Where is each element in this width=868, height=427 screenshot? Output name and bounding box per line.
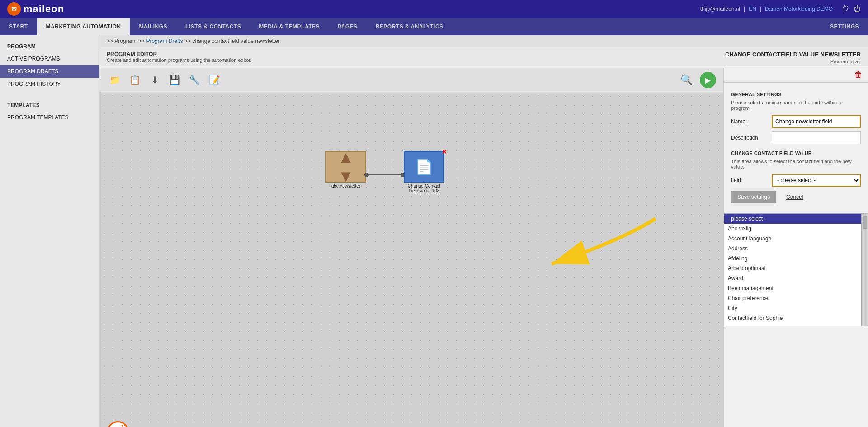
settings-icon[interactable]: ⏱	[842, 5, 849, 13]
field-label: field:	[731, 177, 772, 183]
breadcrumb-root: >> Program	[107, 38, 135, 44]
name-label: Name:	[731, 118, 772, 125]
nav-settings[interactable]: SETTINGS	[821, 23, 868, 30]
separator: |	[744, 6, 745, 12]
nav-lists-contacts[interactable]: LISTS & CONTACTS	[176, 18, 250, 35]
toolbar-search-icon[interactable]: 🔍	[680, 74, 693, 86]
toolbar-play-btn[interactable]: ▶	[700, 72, 716, 88]
locale-link[interactable]: EN	[749, 6, 756, 12]
nav-media-templates[interactable]: MEDIA & TEMPLATES	[250, 18, 329, 35]
separator2: |	[760, 6, 761, 12]
right-panel: 🗑 GENERAL SETTINGS Please select a uniqu…	[723, 68, 868, 427]
user-email: thijs@maileon.nl	[700, 6, 740, 12]
toolbar: 📁 📋 ⬇ 💾 🔧 📝 🔍 ▶	[99, 68, 723, 92]
dropdown-item-3[interactable]: Address	[724, 244, 861, 253]
dropdown-item-6[interactable]: Award	[724, 273, 861, 283]
version-count: 11	[121, 424, 126, 427]
panel-main-title: CHANGE CONTACTFIELD VALUE NEWSLETTER	[725, 51, 861, 58]
toolbar-folder-btn[interactable]: 📁	[107, 72, 123, 88]
description-label: Description:	[731, 135, 772, 141]
connector-line	[366, 174, 402, 175]
dropdown-item-9[interactable]: City	[724, 303, 861, 313]
nav-reports[interactable]: REPORTS & ANALYTICS	[367, 18, 453, 35]
client-name-link[interactable]: Damen Motorkleding DEMO	[765, 6, 833, 12]
delete-icon[interactable]: 🗑	[854, 70, 863, 80]
general-settings-title: GENERAL SETTINGS	[731, 92, 861, 97]
top-header: ✉ maileon thijs@maileon.nl | EN | Damen …	[0, 0, 868, 18]
header-icons: ⏱ ⏻	[842, 5, 861, 13]
dropdown-scrollbar[interactable]	[862, 213, 868, 326]
toolbar-edit-btn[interactable]: 📝	[206, 72, 222, 88]
nav-bar: START MARKETING AUTOMATION MAILINGS LIST…	[0, 18, 868, 35]
toolbar-download-btn[interactable]: ⬇	[146, 72, 163, 88]
description-row: Description:	[731, 131, 861, 144]
maileon-logo-icon: ✉	[7, 2, 21, 16]
nav-mailings[interactable]: MAILINGS	[130, 18, 176, 35]
editor-section: 📁 📋 ⬇ 💾 🔧 📝 🔍 ▶ ▲▼ abc	[99, 68, 868, 427]
arrow-annotation	[506, 205, 678, 296]
power-icon[interactable]: ⏻	[854, 5, 861, 13]
program-editor-description: Create and edit automation programs usin…	[107, 57, 251, 63]
breadcrumb-current: >> change contactfield value newsletter	[184, 38, 280, 44]
dropdown-item-2[interactable]: Account language	[724, 234, 861, 244]
dropdown-item-8[interactable]: Chair preference	[724, 293, 861, 303]
change-field-title: CHANGE CONTACT FIELD VALUE	[731, 150, 861, 156]
dropdown-item-4[interactable]: Afdeling	[724, 253, 861, 263]
node-abc-newsletter[interactable]: ▲▼ abc newsletter	[326, 151, 366, 188]
toolbar-settings-btn[interactable]: 🔧	[186, 72, 203, 88]
program-editor-title: PROGRAM EDITOR	[107, 51, 251, 57]
panel-body: GENERAL SETTINGS Please select a unique …	[724, 83, 868, 213]
canvas-area: 📁 📋 ⬇ 💾 🔧 📝 🔍 ▶ ▲▼ abc	[99, 68, 723, 427]
sidebar-item-program-templates[interactable]: PROGRAM TEMPLATES	[0, 111, 99, 124]
sidebar-item-program-drafts[interactable]: PROGRAM DRAFTS	[0, 65, 99, 78]
node-close-icon[interactable]: ✕	[442, 148, 447, 155]
dropdown-item-5[interactable]: Arbeid optimaal	[724, 263, 861, 273]
logo-area: ✉ maileon	[7, 2, 64, 16]
node-box-blue: ✕ 📄	[404, 151, 444, 183]
toolbar-copy-btn[interactable]: 📋	[127, 72, 143, 88]
nav-marketing-automation[interactable]: MARKETING AUTOMATION	[37, 18, 130, 35]
program-editor-header: PROGRAM EDITOR Create and edit automatio…	[99, 47, 868, 68]
name-input[interactable]	[772, 115, 861, 128]
field-select[interactable]: - please select -	[772, 174, 861, 187]
node-abc-label: abc newsletter	[331, 183, 360, 188]
dropdown-container: - please select - Abo vellig Account lan…	[724, 213, 868, 326]
nav-right: SETTINGS	[821, 18, 868, 35]
breadcrumb-drafts[interactable]: Program Drafts	[146, 38, 183, 44]
node-change-contact-field[interactable]: ✕ 📄 Change Contact Field Value 108	[404, 151, 444, 193]
header-right: thijs@maileon.nl | EN | Damen Motorkledi…	[700, 5, 861, 13]
change-field-desc: This area allows to select the contact f…	[731, 159, 861, 169]
sidebar-templates-section: TEMPLATES	[0, 98, 99, 111]
content-area: >> Program >> Program Drafts >> change c…	[99, 35, 868, 427]
nav-start[interactable]: START	[0, 18, 37, 35]
breadcrumb: >> Program >> Program Drafts >> change c…	[99, 35, 868, 47]
dropdown-item-7[interactable]: Beeldmanagement	[724, 283, 861, 293]
save-settings-button[interactable]: Save settings	[731, 191, 776, 203]
name-row: Name:	[731, 115, 861, 128]
editor-right-header: CHANGE CONTACTFIELD VALUE NEWSLETTER Pro…	[725, 51, 861, 64]
dropdown-item-0[interactable]: - please select -	[724, 214, 861, 224]
button-row: Save settings Cancel	[731, 191, 861, 203]
sidebar-item-program-history[interactable]: PROGRAM HISTORY	[0, 78, 99, 90]
node-box-brown: ▲▼	[326, 151, 366, 183]
main-layout: PROGRAM ACTIVE PROGRAMS PROGRAM DRAFTS P…	[0, 35, 868, 427]
dropdown-item-1[interactable]: Abo vellig	[724, 224, 861, 234]
canvas: ▲▼ abc newsletter ✕ 📄 Change	[99, 92, 723, 427]
node-blue-label: Change Contact Field Value 108	[404, 183, 444, 193]
sidebar-item-active-programs[interactable]: ACTIVE PROGRAMS	[0, 52, 99, 65]
nav-pages[interactable]: PAGES	[329, 18, 367, 35]
description-input[interactable]	[772, 131, 861, 144]
dropdown-item-10[interactable]: Contactfield for Sophie	[724, 313, 861, 323]
version-badge: 9 11	[107, 421, 129, 427]
dropdown-list[interactable]: - please select - Abo vellig Account lan…	[724, 213, 862, 326]
cancel-button[interactable]: Cancel	[780, 191, 809, 203]
general-settings-desc: Please select a unique name for the node…	[731, 100, 861, 111]
field-row: field: - please select -	[731, 174, 861, 187]
sidebar-program-section: PROGRAM	[0, 39, 99, 52]
editor-left-header: PROGRAM EDITOR Create and edit automatio…	[107, 51, 251, 64]
toolbar-save-btn[interactable]: 💾	[166, 72, 183, 88]
connector-dot-left	[364, 173, 369, 177]
dropdown-item-11[interactable]: Country	[724, 323, 861, 326]
scroll-thumb	[863, 216, 867, 229]
sidebar: PROGRAM ACTIVE PROGRAMS PROGRAM DRAFTS P…	[0, 35, 99, 427]
